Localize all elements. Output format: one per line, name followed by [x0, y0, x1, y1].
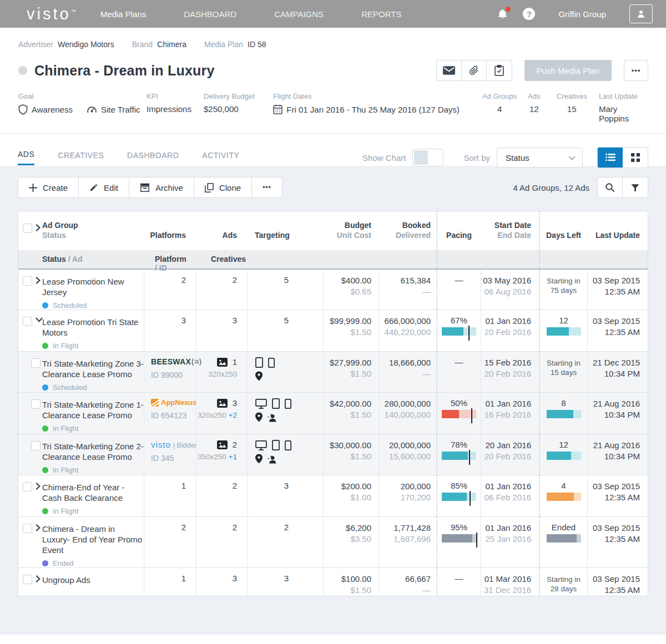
creatives-more-link[interactable]: +2 — [229, 411, 237, 419]
end-date: 16 Feb 2016 — [481, 409, 531, 420]
delivered-value: — — [379, 286, 431, 297]
ad-group-row[interactable]: Chimera - Dream in Luxury- End of Year P… — [18, 517, 648, 568]
progress-bar — [547, 452, 581, 460]
col-booked[interactable]: Booked — [379, 220, 431, 230]
row-checkbox[interactable] — [23, 575, 32, 584]
col-status[interactable]: Status — [42, 230, 144, 240]
nav-campaigns[interactable]: CAMPAIGNS — [274, 9, 324, 19]
notifications-bell-icon[interactable] — [497, 8, 508, 20]
budget-value: $30,000.00 — [324, 440, 371, 451]
edit-button[interactable]: Edit — [79, 178, 129, 197]
chevron-right-icon[interactable] — [36, 224, 41, 250]
creatives-more-link[interactable]: +1 — [229, 453, 237, 461]
top-nav: visto™ Media Plans DASHBOARD CAMPAIGNS R… — [0, 0, 666, 28]
user-menu-button[interactable] — [629, 4, 653, 23]
archive-icon — [140, 183, 150, 192]
title-more-button[interactable]: ••• — [624, 60, 648, 81]
ad-row[interactable]: Tri State-Marketing Zone 3- Clearance Le… — [18, 352, 648, 393]
col-unit-cost[interactable]: Unit Cost — [323, 230, 371, 240]
col-end-date[interactable]: End Date — [481, 230, 531, 240]
push-media-plan-button[interactable]: Push Media Plan — [524, 60, 612, 81]
attachment-button[interactable] — [462, 60, 487, 80]
ad-group-name[interactable]: Chimera - Dream in Luxury- End of Year P… — [42, 523, 144, 555]
col-pacing[interactable]: Pacing — [446, 231, 472, 240]
tab-dashboard[interactable]: DASHBOARD — [127, 151, 179, 165]
brand-value[interactable]: Chimera — [157, 40, 186, 49]
ad-group-name[interactable]: Chimera-End of Year - Cash Back Clearanc… — [42, 481, 144, 503]
tasks-button[interactable] — [487, 60, 512, 80]
status-text: Scheduled — [53, 383, 87, 392]
row-checkbox[interactable] — [23, 524, 32, 533]
tablet-icon — [272, 398, 280, 409]
filter-button[interactable] — [623, 178, 648, 197]
col-targeting[interactable]: Targeting — [255, 231, 290, 240]
chevron-right-icon[interactable] — [36, 277, 41, 310]
nav-dashboard[interactable]: DASHBOARD — [184, 9, 236, 19]
pacing-percent: 85% — [437, 481, 481, 490]
chevron-right-icon[interactable] — [36, 483, 41, 516]
table-header-row: Ad Group Status Platforms Ads Targeting … — [18, 211, 648, 250]
nav-reports[interactable]: REPORTS — [361, 9, 401, 19]
select-all-checkbox[interactable] — [23, 224, 32, 233]
help-icon[interactable]: ? — [523, 8, 535, 20]
col-last-update[interactable]: Last Update — [596, 231, 640, 240]
chevron-right-icon[interactable] — [36, 575, 41, 596]
beeswax-logo: BEESWAX⟨≡⟩ — [151, 357, 202, 366]
row-checkbox[interactable] — [31, 399, 41, 409]
create-button[interactable]: Create — [18, 178, 79, 197]
sort-by-select[interactable]: Status — [497, 148, 583, 168]
col-budget[interactable]: Budget — [323, 220, 371, 230]
row-checkbox[interactable] — [31, 441, 41, 450]
booked-value: 20,000,000 — [379, 440, 431, 451]
end-date: 31 Dec 2016 — [481, 585, 531, 596]
tab-creatives[interactable]: CREATIVES — [58, 151, 104, 165]
toolbar-more-button[interactable]: ••• — [252, 178, 282, 197]
advertiser-value[interactable]: Wendigo Motors — [58, 40, 114, 49]
grid-view-button[interactable] — [623, 148, 648, 168]
nav-media-plans[interactable]: Media Plans — [100, 9, 147, 19]
row-checkbox[interactable] — [23, 482, 32, 491]
ad-name[interactable]: Tri State-Marketing Zone 3- Clearance Le… — [42, 357, 144, 379]
ad-group-row[interactable]: Chimera-End of Year - Cash Back Clearanc… — [18, 475, 648, 517]
clone-button[interactable]: Clone — [194, 178, 252, 197]
tab-ads[interactable]: ADS — [18, 150, 34, 165]
ad-name[interactable]: Tri State-Marketing Zone 2- Clearance Le… — [42, 440, 144, 462]
col-platforms[interactable]: Platforms — [150, 231, 186, 240]
ad-group-row[interactable]: Ungroup Ads133$100.00$1.5066,667——01 Mar… — [18, 568, 648, 596]
desktop-icon — [255, 440, 267, 450]
ad-group-name[interactable]: Lease Promotion Tri State Motors — [42, 316, 144, 338]
archive-button[interactable]: Archive — [129, 178, 194, 197]
row-checkbox[interactable] — [23, 317, 32, 326]
ad-group-name[interactable]: Lease Promotion New Jersey — [42, 275, 144, 297]
subcol-platform: Platform — [155, 255, 186, 263]
last-update-date: 03 Sep 2015 — [588, 574, 640, 585]
col-delivered[interactable]: Delivered — [379, 230, 431, 240]
account-name[interactable]: Griffin Group — [558, 9, 606, 19]
ad-group-name[interactable]: Ungroup Ads — [42, 574, 144, 585]
row-checkbox[interactable] — [31, 358, 41, 368]
ad-group-row[interactable]: Lease Promotion Tri State MotorsIn Fligh… — [18, 310, 648, 352]
start-date: 20 Jan 2016 — [481, 440, 531, 451]
pacing-cell: 95% — [436, 517, 481, 567]
col-ads[interactable]: Ads — [223, 231, 237, 240]
progress-bar — [547, 410, 581, 418]
col-days-left[interactable]: Days Left — [546, 231, 581, 240]
tab-activity[interactable]: ACTIVITY — [202, 151, 239, 165]
col-start-date[interactable]: Start Date — [481, 220, 531, 230]
list-view-button[interactable] — [598, 148, 623, 168]
pacing-bar — [437, 534, 481, 542]
ad-row[interactable]: Tri State-Marketing Zone 1- Clearance Le… — [18, 393, 648, 434]
ad-row[interactable]: Tri State-Marketing Zone 2- Clearance Le… — [18, 434, 648, 475]
chevron-right-icon[interactable] — [36, 524, 41, 567]
show-chart-toggle[interactable] — [412, 149, 443, 166]
last-update-time: 12:35 AM — [588, 327, 640, 338]
email-button[interactable] — [437, 60, 462, 80]
days-left-text: Starting in 75 days — [540, 275, 587, 295]
search-button[interactable] — [598, 178, 623, 197]
row-checkbox[interactable] — [23, 276, 32, 286]
ad-group-row[interactable]: Lease Promotion New JerseyScheduled225$4… — [18, 270, 648, 310]
last-update-time: 12:35 AM — [588, 286, 640, 297]
table-summary: 4 Ad Groups, 12 Ads — [513, 183, 589, 192]
ad-name[interactable]: Tri State-Marketing Zone 1- Clearance Le… — [42, 398, 144, 420]
col-ad-group[interactable]: Ad Group — [42, 220, 144, 230]
